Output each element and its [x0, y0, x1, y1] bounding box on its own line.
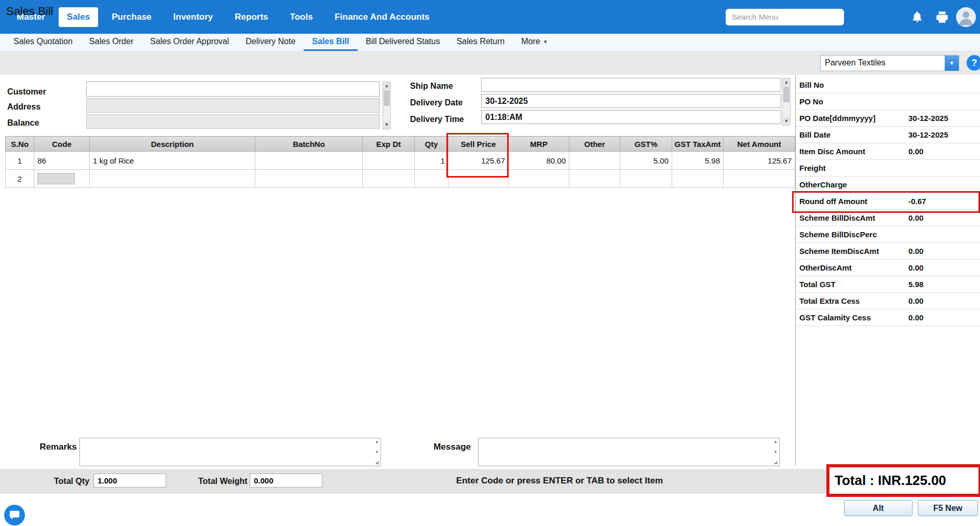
remarks-textarea[interactable]: [80, 438, 373, 466]
scroll-up-icon[interactable]: ▲: [773, 439, 778, 444]
summary-row-otherdiscamt[interactable]: OtherDiscAmt 0.00: [796, 260, 980, 276]
subnav-sales-order[interactable]: Sales Order: [81, 34, 142, 51]
cell-description[interactable]: 1 kg of Rice: [90, 152, 255, 170]
summary-row-bill-no[interactable]: Bill No: [796, 77, 980, 93]
cell-other[interactable]: [569, 152, 620, 170]
summary-row-scheme-billdiscamt[interactable]: Scheme BillDiscAmt 0.00: [796, 210, 980, 226]
code-entry-box[interactable]: [37, 173, 75, 184]
customer-label: Customer: [7, 87, 46, 97]
cell-qty[interactable]: 1: [415, 152, 448, 170]
nav-item-reports[interactable]: Reports: [226, 7, 276, 27]
total-weight-label: Total Weight: [198, 477, 248, 486]
resize-handle-icon[interactable]: ◢: [774, 460, 778, 465]
search-menu-input[interactable]: [726, 9, 844, 25]
dropdown-arrow-icon[interactable]: ▼: [945, 56, 959, 71]
summary-value[interactable]: 0.00: [908, 247, 923, 255]
summary-value: 0.00: [908, 296, 923, 305]
nav-item-finance-and-accounts[interactable]: Finance And Accounts: [326, 7, 438, 27]
cell-sell-price[interactable]: [448, 170, 509, 188]
cell-net-amount[interactable]: [724, 170, 795, 188]
company-selector[interactable]: Parveen Textiles ▼: [820, 55, 959, 71]
summary-value[interactable]: 30-12-2025: [908, 130, 948, 139]
cell-mrp[interactable]: [509, 170, 569, 188]
sales-bill-screen: Master Sales Purchase Inventory Reports …: [0, 0, 980, 526]
customer-input[interactable]: [86, 82, 380, 97]
cell-net-amount[interactable]: 125.67: [724, 152, 795, 170]
cell-sell-price[interactable]: 125.67: [448, 152, 509, 170]
item-entry-hint: Enter Code or press ENTER or TAB to sele…: [456, 476, 663, 486]
scroll-down-icon[interactable]: ▼: [375, 450, 379, 454]
cell-batchno[interactable]: [255, 152, 363, 170]
total-qty-input[interactable]: [93, 474, 166, 488]
subnav-sales-return[interactable]: Sales Return: [448, 34, 513, 51]
summary-label: Scheme BillDiscAmt: [796, 213, 908, 222]
summary-row-scheme-itemdiscamt[interactable]: Scheme ItemDiscAmt 0.00: [796, 243, 980, 260]
scroll-up-icon[interactable]: ▲: [375, 439, 379, 444]
f5-new-button[interactable]: F5 New: [918, 500, 978, 516]
col-description: Description: [90, 137, 255, 152]
notification-bell-icon[interactable]: [910, 10, 924, 24]
alt-button[interactable]: Alt: [844, 500, 913, 516]
cell-sno: 2: [6, 170, 34, 188]
summary-row-freight[interactable]: Freight: [796, 160, 980, 177]
cell-mrp[interactable]: 80.00: [509, 152, 569, 170]
scroll-thumb[interactable]: [783, 87, 790, 102]
scroll-track: [383, 106, 390, 121]
resize-handle-icon[interactable]: ◢: [375, 460, 379, 465]
summary-row-item-disc-amount[interactable]: Item Disc Amount 0.00: [796, 143, 980, 160]
cell-gst-taxamt[interactable]: 5.98: [672, 152, 724, 170]
delivery-date-input[interactable]: [481, 94, 781, 108]
scroll-up-icon[interactable]: ▲: [783, 78, 790, 86]
nav-item-sales[interactable]: Sales: [59, 7, 98, 27]
summary-value[interactable]: 0.00: [908, 213, 923, 222]
cell-batchno[interactable]: [255, 170, 363, 188]
subnav-sales-order-approval[interactable]: Sales Order Approval: [142, 34, 237, 51]
subnav-bill-delivered-status[interactable]: Bill Delivered Status: [358, 34, 448, 51]
help-button[interactable]: ?: [967, 55, 980, 71]
cell-code[interactable]: [34, 170, 90, 188]
subnav-sales-quotation[interactable]: Sales Quotation: [5, 34, 81, 51]
summary-row-po-date[interactable]: PO Date[ddmmyyyy] 30-12-2025: [796, 110, 980, 127]
cell-gst-taxamt[interactable]: [672, 170, 724, 188]
ship-name-input[interactable]: [481, 78, 781, 92]
summary-row-othercharge[interactable]: OtherCharge: [796, 177, 980, 193]
customer-scrollbar[interactable]: ▲ ▼: [383, 82, 391, 129]
summary-label: Freight: [796, 164, 908, 172]
scroll-thumb[interactable]: [384, 90, 390, 106]
nav-item-inventory[interactable]: Inventory: [165, 7, 222, 27]
subnav-delivery-note[interactable]: Delivery Note: [237, 34, 304, 51]
summary-row-po-no[interactable]: PO No: [796, 93, 980, 110]
scroll-down-icon[interactable]: ▼: [773, 450, 778, 454]
cell-gst-percent[interactable]: 5.00: [620, 152, 672, 170]
summary-value[interactable]: 0.00: [908, 147, 923, 156]
cell-description[interactable]: [90, 170, 255, 188]
table-row-2[interactable]: 2: [6, 170, 795, 188]
delivery-time-input[interactable]: [481, 110, 781, 124]
cell-expdt[interactable]: [363, 152, 415, 170]
cell-expdt[interactable]: [363, 170, 415, 188]
col-gst-percent: GST%: [620, 137, 672, 152]
summary-value[interactable]: 30-12-2025: [908, 114, 948, 123]
message-textarea[interactable]: [479, 438, 772, 466]
scroll-down-icon[interactable]: ▼: [383, 121, 390, 129]
table-row-1[interactable]: 1 86 1 kg of Rice 1 125.67 80.00 5.00 5.…: [6, 152, 795, 170]
nav-item-tools[interactable]: Tools: [282, 7, 321, 27]
subnav-sales-bill[interactable]: Sales Bill: [304, 34, 357, 51]
ship-scrollbar[interactable]: ▲ ▼: [782, 78, 791, 126]
cell-qty[interactable]: [415, 170, 448, 188]
scroll-down-icon[interactable]: ▼: [783, 117, 790, 125]
scroll-up-icon[interactable]: ▲: [383, 82, 390, 90]
user-avatar[interactable]: [956, 7, 976, 27]
total-weight-input[interactable]: [250, 474, 322, 488]
cell-code[interactable]: 86: [34, 152, 90, 170]
summary-row-scheme-billdiscperc[interactable]: Scheme BillDiscPerc: [796, 226, 980, 243]
cell-gst-percent[interactable]: [620, 170, 672, 188]
printer-icon[interactable]: [935, 10, 949, 24]
chat-widget-button[interactable]: [4, 505, 25, 525]
cell-other[interactable]: [569, 170, 620, 188]
nav-item-purchase[interactable]: Purchase: [103, 7, 160, 27]
summary-value[interactable]: 0.00: [908, 263, 923, 272]
summary-row-bill-date[interactable]: Bill Date 30-12-2025: [796, 127, 980, 143]
remarks-scroll-strip: ▲ ▼ ◢: [373, 438, 380, 466]
subnav-more[interactable]: More ▼: [513, 34, 556, 51]
